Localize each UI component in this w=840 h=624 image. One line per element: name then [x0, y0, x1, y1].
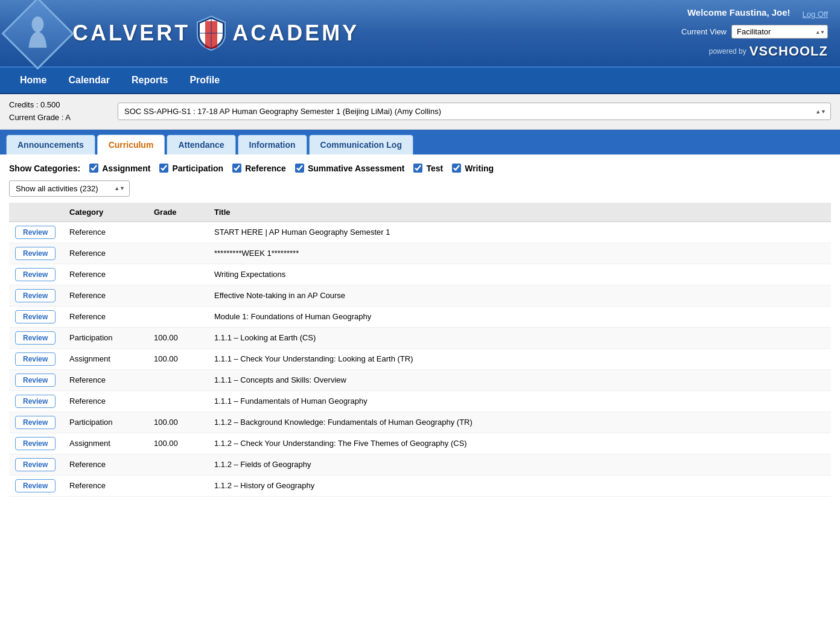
table-cell-category: Participation — [63, 327, 148, 348]
table-row: ReviewReference1.1.1 – Concepts and Skil… — [9, 369, 831, 390]
table-row: ReviewReference*********WEEK 1********* — [9, 243, 831, 264]
logo-text: CALVERT ACADEMY — [72, 15, 359, 51]
table-cell-grade — [148, 390, 208, 412]
checkbox-assignment[interactable] — [89, 164, 98, 173]
category-summative-label: Summative Assessment — [308, 164, 405, 173]
tab-curriculum[interactable]: Curriculum — [97, 135, 165, 154]
table-cell-category: Reference — [63, 454, 148, 475]
tab-announcements[interactable]: Announcements — [6, 135, 95, 154]
table-cell-category: Assignment — [63, 433, 148, 454]
category-participation[interactable]: Participation — [159, 164, 223, 173]
review-button[interactable]: Review — [15, 226, 56, 239]
current-view-label: Current View — [681, 27, 727, 36]
checkbox-summative[interactable] — [295, 164, 304, 173]
tab-communication-log[interactable]: Communication Log — [309, 135, 413, 154]
category-test[interactable]: Test — [413, 164, 443, 173]
view-select[interactable]: Facilitator Student Admin — [731, 25, 828, 39]
table-cell-title: 1.1.2 – History of Geography — [208, 475, 831, 496]
table-cell-grade — [148, 221, 208, 243]
table-cell-category: Reference — [63, 221, 148, 243]
table-cell-grade: 100.00 — [148, 348, 208, 369]
filter-select-wrapper: Show all activities (232) Show incomplet… — [9, 180, 130, 197]
category-reference[interactable]: Reference — [232, 164, 286, 173]
table-cell-title: 1.1.1 – Check Your Understanding: Lookin… — [208, 348, 831, 369]
table-cell-action: Review — [9, 369, 63, 390]
nav-item-reports[interactable]: Reports — [121, 69, 179, 92]
nav-item-calendar[interactable]: Calendar — [57, 69, 120, 92]
category-test-label: Test — [426, 164, 443, 173]
table-row: ReviewParticipation100.001.1.2 – Backgro… — [9, 412, 831, 433]
table-cell-grade — [148, 369, 208, 390]
table-cell-action: Review — [9, 327, 63, 348]
table-cell-grade: 100.00 — [148, 433, 208, 454]
review-button[interactable]: Review — [15, 247, 56, 260]
logo-diamond — [1, 0, 74, 69]
table-cell-category: Reference — [63, 285, 148, 306]
review-button[interactable]: Review — [15, 416, 56, 429]
nav-item-profile[interactable]: Profile — [179, 69, 231, 92]
col-header-title: Title — [208, 203, 831, 222]
tabs-container: Announcements Curriculum Attendance Info… — [0, 130, 840, 154]
header: CALVERT ACADEMY Welcome Faustina, Joe! L… — [0, 0, 840, 66]
table-row: ReviewAssignment100.001.1.1 – Check Your… — [9, 348, 831, 369]
review-button[interactable]: Review — [15, 331, 56, 345]
category-writing-label: Writing — [465, 164, 494, 173]
category-reference-label: Reference — [245, 164, 286, 173]
review-button[interactable]: Review — [15, 479, 56, 492]
table-cell-category: Participation — [63, 412, 148, 433]
course-select[interactable]: SOC SS-APHG-S1 : 17-18 AP Human Geograph… — [118, 103, 831, 120]
table-cell-title: Effective Note-taking in an AP Course — [208, 285, 831, 306]
main-content: Show Categories: Assignment Participatio… — [0, 154, 840, 506]
nav-item-home[interactable]: Home — [9, 69, 57, 92]
table-cell-category: Reference — [63, 369, 148, 390]
table-cell-action: Review — [9, 285, 63, 306]
table-cell-action: Review — [9, 433, 63, 454]
logo-area: CALVERT ACADEMY — [12, 8, 359, 59]
table-cell-action: Review — [9, 454, 63, 475]
table-row: ReviewReference1.1.1 – Fundamentals of H… — [9, 390, 831, 412]
table-row: ReviewReferenceModule 1: Foundations of … — [9, 306, 831, 327]
table-cell-title: 1.1.2 – Background Knowledge: Fundamenta… — [208, 412, 831, 433]
credits-text: Credits : 0.500 — [9, 99, 106, 112]
log-off-link[interactable]: Log Off — [803, 10, 828, 19]
table-row: ReviewReferenceWriting Expectations — [9, 264, 831, 285]
svg-point-0 — [32, 16, 44, 31]
category-writing[interactable]: Writing — [452, 164, 494, 173]
powered-by-text: powered by — [709, 47, 746, 56]
review-button[interactable]: Review — [15, 268, 56, 281]
checkbox-participation[interactable] — [159, 164, 168, 173]
tab-attendance[interactable]: Attendance — [167, 135, 235, 154]
review-button[interactable]: Review — [15, 374, 56, 387]
table-row: ReviewParticipation100.001.1.1 – Looking… — [9, 327, 831, 348]
review-button[interactable]: Review — [15, 458, 56, 471]
logo-shield-icon — [196, 15, 226, 51]
filter-select[interactable]: Show all activities (232) Show incomplet… — [9, 180, 130, 197]
review-button[interactable]: Review — [15, 289, 56, 302]
welcome-text: Welcome Faustina, Joe! — [687, 7, 791, 18]
checkbox-reference[interactable] — [232, 164, 241, 173]
logo-silhouette — [23, 14, 53, 53]
review-button[interactable]: Review — [15, 352, 56, 366]
table-cell-grade — [148, 264, 208, 285]
table-cell-category: Reference — [63, 243, 148, 264]
table-row: ReviewReferenceSTART HERE | AP Human Geo… — [9, 221, 831, 243]
category-summative[interactable]: Summative Assessment — [295, 164, 405, 173]
review-button[interactable]: Review — [15, 395, 56, 408]
tab-information[interactable]: Information — [238, 135, 307, 154]
table-cell-action: Review — [9, 390, 63, 412]
table-cell-grade — [148, 306, 208, 327]
curriculum-table: Category Grade Title ReviewReferenceSTAR… — [9, 203, 831, 497]
table-cell-title: START HERE | AP Human Geography Semester… — [208, 221, 831, 243]
table-cell-title: 1.1.2 – Fields of Geography — [208, 454, 831, 475]
grade-text: Current Grade : A — [9, 112, 106, 124]
table-cell-category: Reference — [63, 475, 148, 496]
current-view-row: Current View Facilitator Student Admin — [681, 25, 828, 39]
review-button[interactable]: Review — [15, 310, 56, 323]
col-header-action — [9, 203, 63, 222]
checkbox-test[interactable] — [413, 164, 422, 173]
table-cell-grade: 100.00 — [148, 327, 208, 348]
category-assignment[interactable]: Assignment — [89, 164, 150, 173]
review-button[interactable]: Review — [15, 437, 56, 450]
view-select-wrapper: Facilitator Student Admin — [731, 25, 828, 39]
checkbox-writing[interactable] — [452, 164, 461, 173]
